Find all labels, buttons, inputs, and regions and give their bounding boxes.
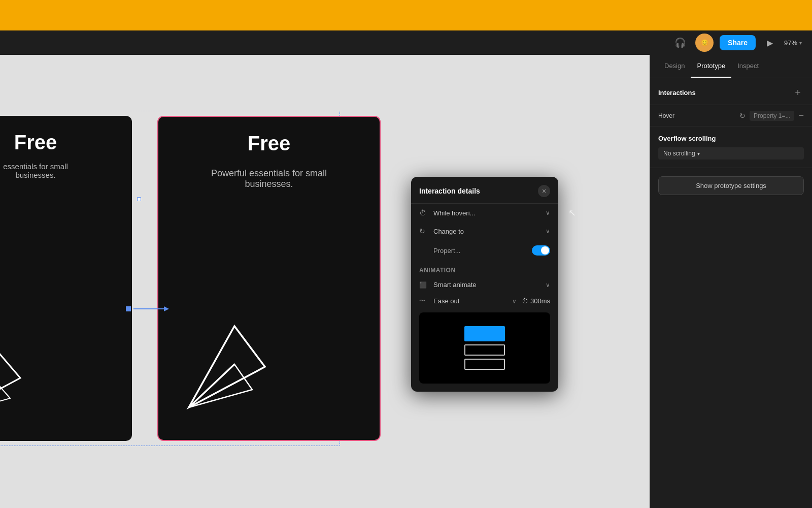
easing-icon: 〜 [419, 297, 428, 305]
play-button[interactable]: ▶ [762, 35, 778, 51]
card-center: Free Powerful essentials for smallbusine… [157, 116, 381, 441]
card-left-title: Free [14, 131, 57, 154]
trigger-chevron: ∨ [546, 209, 550, 216]
change-icon: ↻ [419, 227, 428, 235]
smart-animate-label: Smart animate [433, 281, 540, 289]
easing-row[interactable]: 〜 Ease out ∨ ⏱ 300ms [411, 294, 558, 308]
card-left: Free essentials for smallbusinesses. [0, 116, 132, 441]
animation-section-label: Animation [411, 261, 558, 276]
svg-marker-5 [189, 364, 252, 407]
svg-marker-7 [164, 306, 169, 311]
remove-interaction-button[interactable]: − [798, 110, 804, 121]
preview-rect-blue [464, 326, 505, 341]
trigger-label: While hoveri... [433, 209, 540, 217]
plane-icon-left [0, 337, 30, 421]
smart-animate-chevron: ∨ [546, 281, 550, 289]
overflow-value: No scrolling [663, 150, 695, 157]
overflow-select[interactable]: No scrolling ▾ [658, 147, 804, 160]
card-center-title: Free [248, 132, 291, 155]
svg-marker-2 [0, 378, 10, 414]
smart-animate-row[interactable]: ⬛ Smart animate ∨ [411, 276, 558, 294]
tab-design[interactable]: Design [658, 55, 691, 78]
popup-close-button[interactable]: × [538, 185, 550, 197]
overflow-chevron: ▾ [697, 151, 700, 156]
card-left-subtitle: essentials for smallbusinesses. [3, 162, 68, 179]
svg-marker-3 [189, 326, 265, 407]
overflow-section: Overflow scrolling No scrolling ▾ [650, 126, 812, 168]
preview-rect-outline1 [464, 344, 505, 356]
easing-chevron: ∨ [512, 298, 517, 305]
popup-action-row[interactable]: ↻ Change to ∨ [411, 222, 558, 240]
preview-rect-outline2 [464, 359, 505, 370]
animation-preview [419, 312, 550, 384]
clock-icon: ⏱ [419, 209, 428, 217]
svg-marker-0 [0, 342, 20, 414]
interaction-row[interactable]: Hover ↻ Property 1=... − [650, 105, 812, 126]
cursor-indicator: ↖ [568, 207, 576, 218]
plane-icon-center [179, 316, 280, 420]
right-panel: Design Prototype Inspect Interactions + … [650, 55, 812, 508]
action-label: Change to [433, 228, 540, 235]
resize-handle[interactable] [137, 197, 141, 201]
popup-header: Interaction details × [411, 177, 558, 204]
interaction-property-badge: Property 1=... [750, 111, 794, 121]
refresh-icon: ↻ [739, 112, 746, 120]
show-prototype-settings-button[interactable]: Show prototype settings [658, 176, 804, 195]
popup-trigger-row[interactable]: ⏱ While hoveri... ∨ [411, 204, 558, 222]
zoom-indicator[interactable]: 97% ▾ [784, 39, 802, 47]
property-toggle[interactable] [532, 245, 550, 256]
interactions-header: Interactions + [650, 78, 812, 105]
canvas-area: Free essentials for smallbusinesses. Fre… [0, 55, 650, 508]
headphones-icon[interactable]: 🎧 [671, 34, 689, 52]
property-label: Propert... [433, 247, 527, 255]
interaction-details-popup: Interaction details × ⏱ While hoveri... … [411, 177, 558, 392]
share-button[interactable]: Share [720, 35, 756, 50]
connection-arrow [126, 304, 172, 314]
clock-icon-small: ⏱ [522, 297, 528, 305]
popup-property-row[interactable]: Propert... [411, 240, 558, 261]
duration-value[interactable]: ⏱ 300ms [522, 297, 550, 305]
add-interaction-button[interactable]: + [792, 86, 804, 99]
panel-tabs: Design Prototype Inspect [650, 55, 812, 78]
animate-icon: ⬛ [419, 281, 428, 289]
easing-label: Ease out [433, 297, 507, 305]
action-chevron: ∨ [546, 228, 550, 235]
avatar: 😊 [695, 34, 714, 52]
tab-inspect[interactable]: Inspect [731, 55, 765, 78]
interactions-title: Interactions [658, 89, 696, 97]
popup-title: Interaction details [419, 187, 480, 195]
overflow-label: Overflow scrolling [658, 135, 804, 142]
tab-prototype[interactable]: Prototype [691, 55, 731, 78]
interaction-trigger-text: Hover [658, 112, 735, 119]
card-center-subtitle: Powerful essentials for smallbusinesses. [211, 168, 327, 189]
